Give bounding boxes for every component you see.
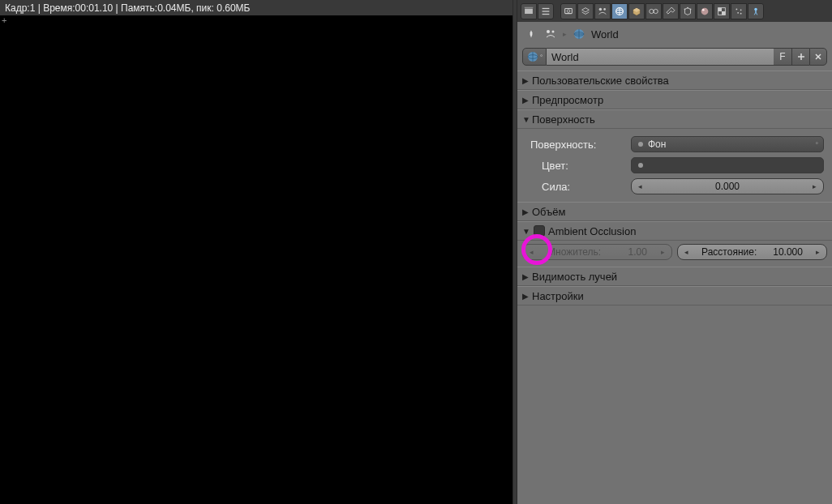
panel-custom-properties[interactable]: ▶Пользовательские свойства <box>517 70 832 90</box>
editor-header <box>517 0 832 22</box>
svg-point-9 <box>603 8 606 11</box>
tab-constraints-icon[interactable] <box>645 3 662 19</box>
svg-point-8 <box>599 7 603 11</box>
ao-distance-input[interactable]: ◂Расстояние: 10.000▸ <box>677 244 827 260</box>
ao-factor-input[interactable]: ◂Множитель: 1.00▸ <box>522 244 672 260</box>
panel-label: Объём <box>532 206 565 218</box>
scene-icon[interactable] <box>543 27 558 41</box>
svg-rect-22 <box>718 7 722 11</box>
color-label: Цвет: <box>525 160 631 172</box>
datablock-selector: ° World F <box>517 46 832 70</box>
svg-point-30 <box>552 31 555 33</box>
editor-type-dropdown[interactable] <box>521 3 537 19</box>
svg-point-29 <box>547 30 550 33</box>
tab-render-icon[interactable] <box>560 3 577 19</box>
panel-label: Настройки <box>532 290 584 302</box>
pin-icon[interactable] <box>524 27 538 41</box>
datablock-browse-button[interactable]: ° <box>522 48 547 66</box>
tab-modifiers-icon[interactable] <box>663 3 679 19</box>
svg-point-28 <box>754 7 757 11</box>
svg-rect-0 <box>525 8 534 14</box>
svg-rect-23 <box>722 11 725 15</box>
new-datablock-button[interactable] <box>791 48 809 66</box>
surface-shader-dropdown[interactable]: Фон <box>631 136 824 152</box>
panel-label: Поверхность <box>532 113 595 126</box>
tab-data-icon[interactable] <box>680 3 696 19</box>
breadcrumb: ▸ World <box>517 22 832 46</box>
panel-label: Пользовательские свойства <box>532 75 669 87</box>
svg-point-17 <box>690 8 692 10</box>
tab-world-icon[interactable] <box>611 3 628 19</box>
svg-point-20 <box>702 8 705 11</box>
surface-label: Поверхность: <box>525 139 631 151</box>
status-bar: Кадр:1 | Время:00:01.10 | Память:0.04МБ,… <box>0 0 512 15</box>
svg-rect-1 <box>525 6 534 8</box>
panel-preview[interactable]: ▶Предпросмотр <box>517 90 832 109</box>
panel-volume[interactable]: ▶Объём <box>517 202 832 221</box>
tab-scene-icon[interactable] <box>594 3 611 19</box>
panel-label: Ambient Occlusion <box>548 225 636 237</box>
svg-point-24 <box>736 8 738 10</box>
unlink-datablock-button[interactable] <box>809 48 827 66</box>
svg-point-18 <box>687 6 688 8</box>
properties-panel: ▸ World ° World F ▶Пользовательские свой… <box>517 0 832 504</box>
svg-point-16 <box>684 8 686 10</box>
panel-ray-visibility[interactable]: ▶Видимость лучей <box>517 267 832 286</box>
ao-checkbox[interactable] <box>534 225 545 237</box>
strength-label: Сила: <box>525 181 631 193</box>
svg-point-19 <box>701 7 709 15</box>
panel-settings[interactable]: ▶Настройки <box>517 286 832 305</box>
svg-point-6 <box>567 9 570 12</box>
svg-point-13 <box>650 9 654 13</box>
tab-texture-icon[interactable] <box>714 3 730 19</box>
svg-point-25 <box>740 9 742 11</box>
panel-ambient-occlusion[interactable]: ▼Ambient Occlusion <box>517 221 832 241</box>
world-icon <box>572 27 586 41</box>
tab-particles-icon[interactable] <box>731 3 747 19</box>
strength-input[interactable]: ◂0.000▸ <box>631 178 824 194</box>
context-menu-icon[interactable] <box>538 3 554 19</box>
svg-marker-15 <box>685 7 691 15</box>
svg-marker-7 <box>582 7 590 11</box>
viewport[interactable] <box>0 0 512 504</box>
panel-label: Предпросмотр <box>532 94 603 106</box>
tab-physics-icon[interactable] <box>748 3 764 19</box>
svg-point-27 <box>740 12 742 14</box>
tab-material-icon[interactable] <box>697 3 713 19</box>
color-field[interactable] <box>631 157 824 173</box>
tab-render-layers-icon[interactable] <box>577 3 594 19</box>
panel-surface[interactable]: ▼Поверхность <box>517 109 832 129</box>
panel-label: Видимость лучей <box>532 271 617 283</box>
svg-point-26 <box>737 11 739 13</box>
tab-object-icon[interactable] <box>628 3 645 19</box>
fake-user-button[interactable]: F <box>774 48 791 66</box>
svg-point-14 <box>654 9 658 13</box>
split-handle-icon[interactable]: + <box>0 15 10 25</box>
breadcrumb-label: World <box>591 28 619 41</box>
datablock-name-input[interactable]: World <box>547 48 774 66</box>
chevron-right-icon: ▸ <box>563 30 567 38</box>
